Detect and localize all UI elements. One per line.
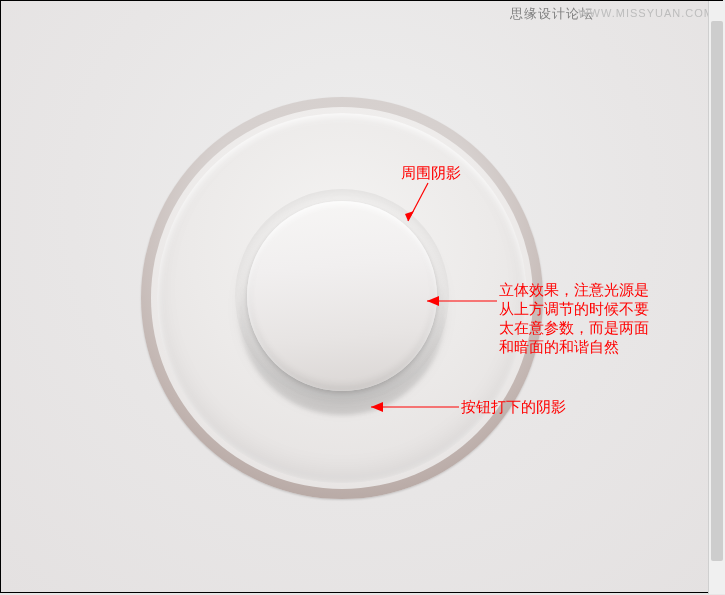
design-canvas: 思缘设计论坛 WWW.MISSYUAN.COM 周围阴影 立体效果，注意光源是从…: [0, 0, 723, 593]
annotation-3d-effect: 立体效果，注意光源是从上方调节的时候不要太在意参数，而是两面和暗面的和谐自然: [499, 281, 649, 357]
scrollbar-thumb[interactable]: [711, 21, 723, 561]
knob-assembly: [141, 97, 543, 499]
watermark-url: WWW.MISSYUAN.COM: [578, 7, 714, 19]
center-knob: [247, 201, 437, 391]
vertical-scrollbar[interactable]: [708, 1, 725, 594]
annotation-ambient-shadow: 周围阴影: [401, 164, 461, 183]
annotation-button-shadow: 按钮打下的阴影: [461, 398, 566, 417]
